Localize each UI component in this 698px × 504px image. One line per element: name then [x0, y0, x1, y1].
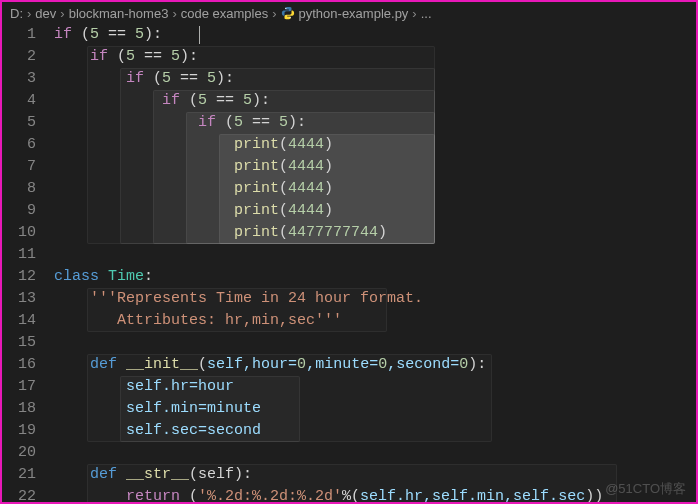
- code-line[interactable]: return ('%.2d:%.2d:%.2d'%(self.hr,self.m…: [54, 486, 696, 504]
- code-line[interactable]: def __str__(self):: [54, 464, 696, 486]
- crumb-more[interactable]: ...: [421, 6, 432, 21]
- line-number: 6: [2, 134, 36, 156]
- code-line[interactable]: class Time:: [54, 266, 696, 288]
- line-number: 4: [2, 90, 36, 112]
- chevron-right-icon: ›: [172, 6, 176, 21]
- code-line[interactable]: if (5 == 5):: [54, 68, 696, 90]
- line-number: 5: [2, 112, 36, 134]
- line-number: 10: [2, 222, 36, 244]
- python-file-icon: [281, 6, 295, 20]
- line-number: 12: [2, 266, 36, 288]
- code-line[interactable]: print(4444): [54, 200, 696, 222]
- code-line[interactable]: print(4444): [54, 134, 696, 156]
- code-line[interactable]: if (5 == 5):: [54, 46, 696, 68]
- watermark: @51CTO博客: [605, 480, 686, 498]
- svg-point-1: [289, 17, 290, 18]
- code-line[interactable]: '''Represents Time in 24 hour format.: [54, 288, 696, 310]
- code-line[interactable]: print(4444): [54, 156, 696, 178]
- line-number: 8: [2, 178, 36, 200]
- line-number: 19: [2, 420, 36, 442]
- crumb-file[interactable]: python-example.py: [299, 6, 409, 21]
- code-line[interactable]: print(4477777744): [54, 222, 696, 244]
- chevron-right-icon: ›: [27, 6, 31, 21]
- code-line[interactable]: def __init__(self,hour=0,minute=0,second…: [54, 354, 696, 376]
- line-number: 13: [2, 288, 36, 310]
- code-line[interactable]: Attributes: hr,min,sec''': [54, 310, 696, 332]
- crumb-drive[interactable]: D:: [10, 6, 23, 21]
- line-number: 2: [2, 46, 36, 68]
- line-number: 9: [2, 200, 36, 222]
- line-number: 16: [2, 354, 36, 376]
- code-line[interactable]: [54, 332, 696, 354]
- line-number: 22: [2, 486, 36, 504]
- code-line[interactable]: self.hr=hour: [54, 376, 696, 398]
- chevron-right-icon: ›: [60, 6, 64, 21]
- line-number: 17: [2, 376, 36, 398]
- code-line[interactable]: self.sec=second: [54, 420, 696, 442]
- line-number: 3: [2, 68, 36, 90]
- code-line[interactable]: [54, 442, 696, 464]
- code-line[interactable]: if (5 == 5):: [54, 24, 696, 46]
- code-line[interactable]: print(4444): [54, 178, 696, 200]
- line-number: 11: [2, 244, 36, 266]
- crumb-folder[interactable]: blockman-home3: [69, 6, 169, 21]
- line-number: 1: [2, 24, 36, 46]
- code-line[interactable]: if (5 == 5):: [54, 112, 696, 134]
- line-number: 20: [2, 442, 36, 464]
- text-cursor: [199, 26, 200, 44]
- crumb-folder[interactable]: dev: [35, 6, 56, 21]
- code-line[interactable]: if (5 == 5):: [54, 90, 696, 112]
- line-number: 21: [2, 464, 36, 486]
- line-number: 14: [2, 310, 36, 332]
- chevron-right-icon: ›: [412, 6, 416, 21]
- crumb-folder[interactable]: code examples: [181, 6, 268, 21]
- chevron-right-icon: ›: [272, 6, 276, 21]
- code-area[interactable]: if (5 == 5): if (5 == 5): if (5 == 5): i…: [54, 24, 696, 502]
- svg-point-0: [285, 8, 286, 9]
- line-number: 7: [2, 156, 36, 178]
- line-number: 15: [2, 332, 36, 354]
- breadcrumb[interactable]: D: › dev › blockman-home3 › code example…: [2, 2, 696, 24]
- code-line[interactable]: self.min=minute: [54, 398, 696, 420]
- line-number: 18: [2, 398, 36, 420]
- line-number-gutter: 1 2 3 4 5 6 7 8 9 10 11 12 13 14 15 16 1…: [2, 24, 54, 502]
- code-editor[interactable]: 1 2 3 4 5 6 7 8 9 10 11 12 13 14 15 16 1…: [2, 24, 696, 502]
- code-line[interactable]: [54, 244, 696, 266]
